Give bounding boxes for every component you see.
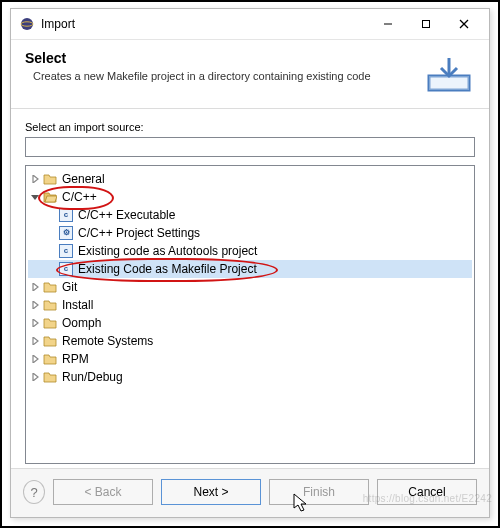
svg-rect-3 — [423, 21, 430, 28]
tree-node-label: Run/Debug — [62, 368, 123, 386]
chevron-right-icon[interactable] — [28, 319, 42, 327]
tree-node-label: Existing code as Autotools project — [78, 242, 257, 260]
chevron-right-icon[interactable] — [28, 373, 42, 381]
next-button[interactable]: Next > — [161, 479, 261, 505]
svg-marker-12 — [33, 319, 38, 327]
tree-folder[interactable]: Run/Debug — [28, 368, 472, 386]
folder-icon — [42, 171, 58, 187]
svg-marker-13 — [33, 337, 38, 345]
wizard-body: Select an import source: GeneralC/C++cC/… — [11, 109, 489, 468]
back-button[interactable]: < Back — [53, 479, 153, 505]
tree-folder[interactable]: General — [28, 170, 472, 188]
cancel-button[interactable]: Cancel — [377, 479, 477, 505]
maximize-button[interactable] — [407, 10, 445, 38]
c-file-icon: c — [58, 207, 74, 223]
wizard-header-text: Select Creates a new Makefile project in… — [25, 50, 415, 82]
svg-marker-8 — [33, 175, 38, 183]
wizard-footer: ? < Back Next > Finish Cancel — [11, 468, 489, 517]
settings-file-icon: ⚙ — [58, 225, 74, 241]
folder-open-icon — [42, 189, 58, 205]
tree-item[interactable]: ⚙C/C++ Project Settings — [28, 224, 472, 242]
import-tree: GeneralC/C++cC/C++ Executable⚙C/C++ Proj… — [26, 166, 474, 390]
chevron-right-icon[interactable] — [28, 175, 42, 183]
svg-marker-11 — [33, 301, 38, 309]
tree-node-label: C/C++ — [62, 188, 97, 206]
c-file-icon: c — [58, 261, 74, 277]
chevron-right-icon[interactable] — [28, 337, 42, 345]
chevron-right-icon[interactable] — [28, 355, 42, 363]
tree-folder[interactable]: Remote Systems — [28, 332, 472, 350]
outer-frame: Import Select Creates a new Makefile pro… — [0, 0, 500, 528]
import-source-label: Select an import source: — [25, 121, 475, 133]
tree-node-label: Oomph — [62, 314, 101, 332]
import-icon — [423, 56, 475, 94]
svg-marker-15 — [33, 373, 38, 381]
tree-node-label: C/C++ Executable — [78, 206, 175, 224]
tree-item[interactable]: cExisting code as Autotools project — [28, 242, 472, 260]
tree-scroll[interactable]: GeneralC/C++cC/C++ Executable⚙C/C++ Proj… — [25, 165, 475, 464]
tree-node-label: Git — [62, 278, 77, 296]
folder-icon — [42, 351, 58, 367]
folder-icon — [42, 279, 58, 295]
finish-button[interactable]: Finish — [269, 479, 369, 505]
help-button[interactable]: ? — [23, 480, 45, 504]
wizard-header: Select Creates a new Makefile project in… — [11, 40, 489, 109]
folder-icon — [42, 369, 58, 385]
tree-node-label: RPM — [62, 350, 89, 368]
minimize-button[interactable] — [369, 10, 407, 38]
tree-folder[interactable]: Oomph — [28, 314, 472, 332]
titlebar: Import — [11, 9, 489, 40]
wizard-title: Select — [25, 50, 415, 66]
svg-marker-14 — [33, 355, 38, 363]
close-button[interactable] — [445, 10, 483, 38]
c-file-icon: c — [58, 243, 74, 259]
tree-folder[interactable]: C/C++ — [28, 188, 472, 206]
folder-icon — [42, 297, 58, 313]
tree-node-label: Remote Systems — [62, 332, 153, 350]
tree-item[interactable]: cC/C++ Executable — [28, 206, 472, 224]
tree-folder[interactable]: RPM — [28, 350, 472, 368]
svg-marker-9 — [31, 195, 39, 200]
window-title: Import — [41, 17, 369, 31]
tree-folder[interactable]: Git — [28, 278, 472, 296]
import-dialog: Import Select Creates a new Makefile pro… — [10, 8, 490, 518]
tree-folder[interactable]: Install — [28, 296, 472, 314]
svg-point-0 — [21, 18, 33, 30]
chevron-down-icon[interactable] — [28, 193, 42, 201]
tree-node-label: General — [62, 170, 105, 188]
tree-node-label: C/C++ Project Settings — [78, 224, 200, 242]
chevron-right-icon[interactable] — [28, 301, 42, 309]
eclipse-icon — [19, 16, 35, 32]
chevron-right-icon[interactable] — [28, 283, 42, 291]
tree-node-label: Existing Code as Makefile Project — [78, 260, 257, 278]
filter-input[interactable] — [25, 137, 475, 157]
svg-marker-10 — [33, 283, 38, 291]
folder-icon — [42, 333, 58, 349]
tree-item[interactable]: cExisting Code as Makefile Project — [28, 260, 472, 278]
tree-node-label: Install — [62, 296, 93, 314]
wizard-description: Creates a new Makefile project in a dire… — [33, 70, 415, 82]
folder-icon — [42, 315, 58, 331]
